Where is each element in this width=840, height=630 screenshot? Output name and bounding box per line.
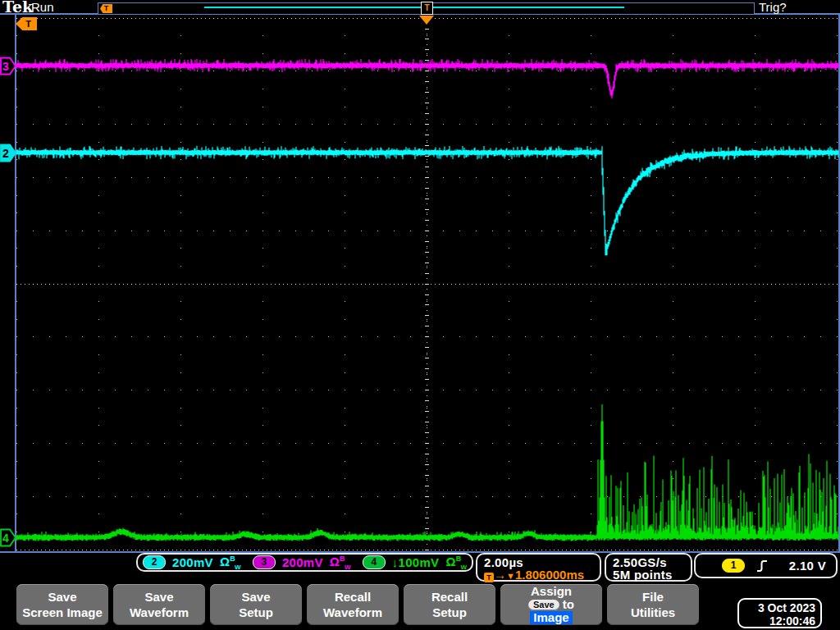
timebase-readout-box: 2.00µs T→▼1.806000ms	[476, 553, 601, 582]
record-length: 5M points	[613, 568, 684, 581]
channel-2-marker[interactable]: 2	[0, 144, 17, 162]
trigger-source-badge: 1	[722, 559, 745, 573]
record-waveform-preview	[204, 7, 624, 8]
delay-arrow-icon: →	[494, 568, 506, 582]
channel-3-marker-label: 3	[2, 60, 9, 73]
channel-3-impedance-bw: ΩBW	[330, 555, 351, 571]
channel-readouts-box: 2 200mV ΩBW 3 200mV ΩBW 4 ↓100mV ΩBW	[136, 553, 473, 572]
delay-trigger-chip-icon: T	[484, 573, 494, 582]
channel-2-impedance-bw: ΩBW	[220, 555, 241, 571]
channel-3-badge: 3	[253, 555, 276, 569]
graticule-canvas	[0, 0, 840, 630]
channel-2-scale: 200mV	[172, 555, 213, 569]
delay-value: 1.806000ms	[515, 568, 584, 582]
sample-rate: 2.50GS/s	[613, 556, 684, 568]
channel-4-impedance-bw: ΩBW	[445, 555, 467, 571]
trigger-readout-box: 1 2.10 V	[694, 553, 838, 578]
trigger-level: 2.10 V	[789, 559, 826, 573]
channel-4-marker-label: 4	[2, 532, 9, 545]
expansion-point-icon	[419, 16, 434, 25]
channel-4-marker[interactable]: 4	[0, 528, 17, 547]
oscilloscope-screen: Tek Run Trig? T T T 3 2 4 2 200mV ΩBW 3 …	[0, 0, 840, 630]
trigger-delay-readout: T→▼1.806000ms	[484, 568, 593, 582]
channel-2-badge: 2	[143, 555, 166, 569]
channel-2-marker-label: 2	[2, 147, 9, 160]
channel-4-badge: 4	[363, 555, 386, 569]
channel-3-scale: 200mV	[282, 555, 323, 569]
channel-3-marker[interactable]: 3	[0, 57, 17, 75]
channel-3-readout: 3 200mV ΩBW	[253, 555, 351, 571]
rising-edge-icon	[756, 559, 768, 573]
delay-marker-icon: ▼	[506, 571, 515, 581]
channel-4-scale: ↓100mV	[392, 555, 440, 569]
timebase-scale: 2.00µs	[484, 556, 593, 568]
acquisition-readout-box: 2.50GS/s 5M points	[605, 553, 692, 582]
channel-4-readout: 4 ↓100mV ΩBW	[363, 555, 468, 571]
record-trigger-chip-icon: T	[100, 4, 112, 13]
trigger-position-marker[interactable]: T	[421, 2, 433, 15]
channel-2-readout: 2 200mV ΩBW	[143, 555, 241, 571]
